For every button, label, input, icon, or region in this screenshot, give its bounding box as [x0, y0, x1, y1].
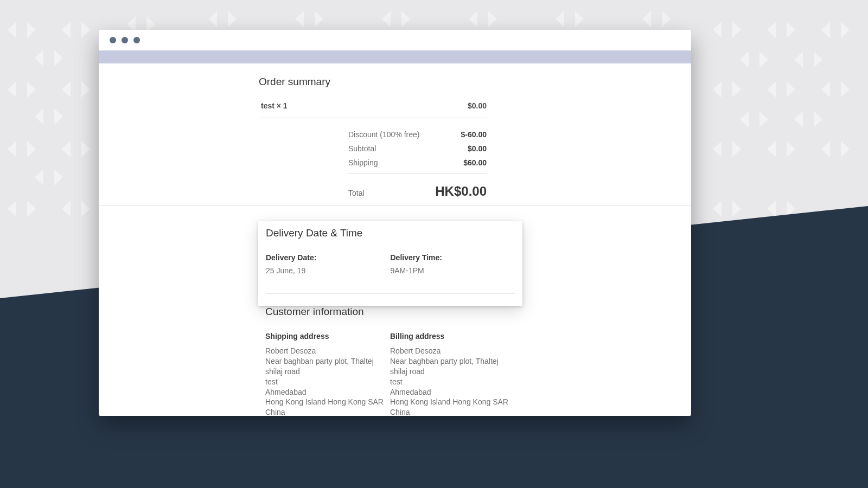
order-item-row: test × 1 $0.00 [259, 100, 487, 118]
svg-marker-11 [54, 169, 63, 185]
window-dot-icon [110, 37, 116, 43]
shipping-address-col: Shipping address Robert Desoza Near bagh… [265, 332, 390, 416]
svg-marker-28 [382, 11, 391, 27]
order-item-label: test × 1 [261, 101, 288, 110]
window-dot-icon [122, 37, 128, 43]
svg-marker-33 [575, 11, 584, 27]
svg-marker-63 [732, 201, 741, 217]
svg-marker-52 [740, 111, 749, 127]
svg-marker-6 [35, 108, 43, 125]
svg-marker-58 [767, 141, 776, 157]
page-content: Order summary test × 1 $0.00 Discount (1… [99, 63, 691, 416]
billing-line-4: Ahmedabad [390, 387, 515, 397]
order-totals: Discount (100% free) $-60.00 Subtotal $0… [348, 118, 487, 199]
section-divider [99, 205, 691, 206]
svg-marker-31 [488, 11, 497, 27]
svg-marker-53 [760, 111, 768, 127]
customer-info-section: Customer information Shipping address Ro… [265, 306, 520, 416]
svg-marker-16 [62, 81, 71, 98]
svg-marker-55 [814, 111, 822, 127]
svg-marker-0 [8, 22, 16, 38]
svg-marker-60 [821, 141, 830, 157]
browser-window: Order summary test × 1 $0.00 Discount (1… [99, 30, 691, 416]
svg-marker-43 [760, 52, 768, 68]
svg-marker-20 [62, 201, 71, 217]
svg-marker-30 [469, 11, 477, 27]
shipping-line-6: China [265, 407, 390, 416]
svg-marker-34 [642, 11, 651, 27]
window-dot-icon [133, 37, 140, 43]
svg-marker-36 [713, 22, 722, 38]
svg-marker-45 [814, 52, 822, 68]
svg-marker-29 [401, 11, 410, 27]
svg-marker-8 [8, 141, 16, 157]
svg-marker-10 [35, 169, 43, 185]
svg-marker-15 [81, 22, 90, 38]
svg-marker-37 [732, 22, 741, 38]
svg-marker-25 [228, 11, 237, 27]
svg-marker-18 [62, 141, 71, 157]
svg-marker-54 [794, 111, 803, 127]
svg-marker-7 [54, 108, 63, 125]
svg-marker-46 [713, 81, 722, 98]
total-label: Total [348, 189, 365, 197]
billing-line-3: test [390, 377, 515, 387]
svg-marker-27 [315, 11, 323, 27]
svg-marker-32 [556, 11, 564, 27]
shipping-line-4: Ahmedabad [265, 387, 390, 397]
svg-marker-62 [713, 201, 722, 217]
svg-marker-2 [35, 50, 43, 66]
billing-line-1: Robert Desoza [390, 346, 515, 356]
svg-marker-42 [740, 52, 749, 68]
svg-marker-9 [27, 141, 36, 157]
svg-marker-44 [794, 52, 803, 68]
subtotal-line: Subtotal $0.00 [348, 144, 487, 153]
svg-marker-21 [81, 201, 90, 217]
svg-marker-48 [767, 81, 776, 98]
svg-marker-49 [787, 81, 795, 98]
shipping-value: $60.00 [463, 158, 487, 167]
svg-marker-41 [841, 22, 850, 38]
shipping-line-2: Near baghban party plot, Thaltej shilaj … [265, 356, 390, 377]
order-summary-section: Order summary test × 1 $0.00 Discount (1… [259, 76, 487, 199]
svg-marker-19 [81, 141, 90, 157]
order-item-price: $0.00 [468, 101, 487, 110]
total-line: Total HK$0.00 [348, 184, 487, 199]
customer-info-heading: Customer information [265, 306, 520, 318]
total-value: HK$0.00 [435, 184, 487, 199]
shipping-label: Shipping [348, 158, 378, 167]
svg-marker-5 [27, 81, 36, 98]
window-header-stripe [99, 50, 691, 63]
svg-marker-40 [821, 22, 830, 38]
shipping-line-5: Hong Kong Island Hong Kong SAR [265, 397, 390, 407]
shipping-line-3: test [265, 377, 390, 387]
billing-address-heading: Billing address [390, 332, 515, 341]
delivery-date-value: 25 June, 19 [266, 266, 391, 275]
svg-marker-47 [732, 81, 741, 98]
svg-marker-26 [295, 11, 304, 27]
delivery-card: Delivery Date & Time Delivery Date: 25 J… [258, 221, 522, 306]
svg-marker-57 [732, 141, 741, 157]
window-titlebar [99, 30, 691, 50]
svg-marker-13 [27, 201, 36, 217]
svg-marker-24 [208, 11, 217, 27]
svg-marker-50 [821, 81, 830, 98]
billing-line-2: Near baghban party plot, Thaltej shilaj … [390, 356, 515, 377]
delivery-time-col: Delivery Time: 9AM-1PM [391, 253, 515, 275]
totals-divider [348, 174, 487, 174]
svg-marker-14 [62, 22, 71, 38]
svg-marker-61 [841, 141, 850, 157]
billing-line-5: Hong Kong Island Hong Kong SAR [390, 397, 515, 407]
discount-line: Discount (100% free) $-60.00 [348, 130, 487, 139]
svg-marker-64 [767, 201, 776, 217]
shipping-line: Shipping $60.00 [348, 158, 487, 167]
svg-marker-51 [841, 81, 850, 98]
svg-marker-4 [8, 81, 16, 98]
shipping-address-heading: Shipping address [265, 332, 390, 341]
svg-marker-1 [27, 22, 36, 38]
delivery-date-col: Delivery Date: 25 June, 19 [266, 253, 391, 275]
delivery-date-label: Delivery Date: [266, 253, 391, 262]
svg-marker-56 [713, 141, 722, 157]
delivery-heading: Delivery Date & Time [266, 227, 515, 239]
svg-marker-12 [8, 201, 16, 217]
